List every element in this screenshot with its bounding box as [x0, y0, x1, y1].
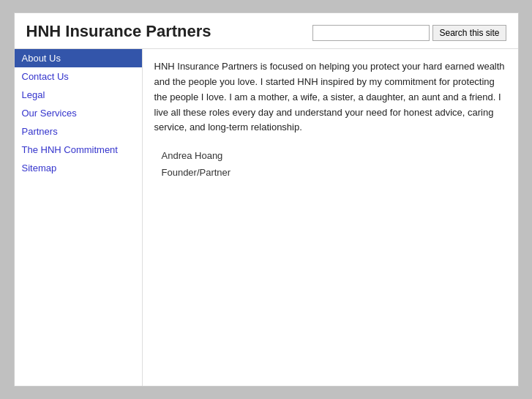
- author-title: Founder/Partner: [154, 167, 506, 178]
- content-area: HNH Insurance Partners is focused on hel…: [143, 49, 518, 386]
- sidebar-item-about-us[interactable]: About Us: [15, 49, 142, 67]
- intro-paragraph: HNH Insurance Partners is focused on hel…: [154, 59, 506, 135]
- page-wrapper: HNH Insurance Partners Search this site …: [14, 12, 519, 387]
- site-title: HNH Insurance Partners: [26, 22, 211, 41]
- search-area: Search this site: [312, 22, 506, 41]
- main-content: About Us Contact Us Legal Our Services P…: [15, 49, 518, 386]
- search-button[interactable]: Search this site: [432, 25, 506, 41]
- sidebar-item-our-services[interactable]: Our Services: [15, 104, 142, 122]
- sidebar-item-hnh-commitment[interactable]: The HNH Commitment: [15, 141, 142, 159]
- search-input[interactable]: [312, 25, 430, 41]
- sidebar-item-sitemap[interactable]: Sitemap: [15, 159, 142, 177]
- sidebar: About Us Contact Us Legal Our Services P…: [15, 49, 143, 386]
- header: HNH Insurance Partners Search this site: [15, 13, 518, 49]
- sidebar-item-contact-us[interactable]: Contact Us: [15, 67, 142, 86]
- author-name: Andrea Hoang: [154, 150, 506, 161]
- sidebar-item-legal[interactable]: Legal: [15, 86, 142, 104]
- sidebar-item-partners[interactable]: Partners: [15, 122, 142, 141]
